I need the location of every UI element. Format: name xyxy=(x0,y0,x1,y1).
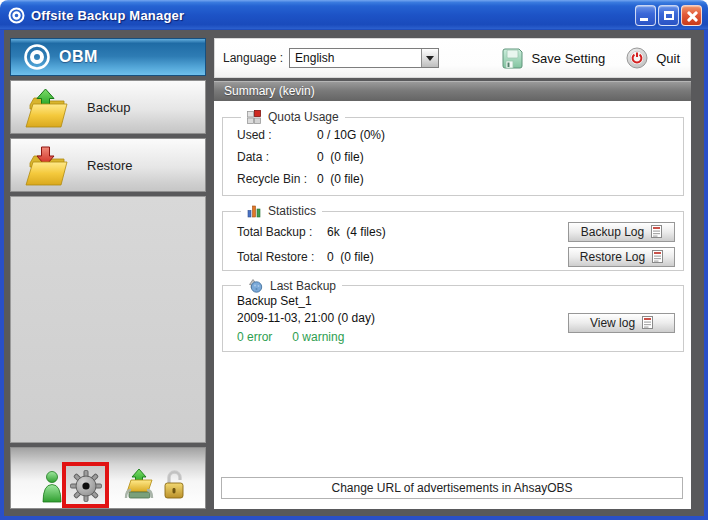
window-title: Offsite Backup Manager xyxy=(31,8,184,23)
statistics-legend: Statistics xyxy=(241,204,322,218)
statistics-bars-icon xyxy=(247,204,261,218)
last-backup-details: Backup Set_1 2009-11-03, 21:00 (0 day) 0… xyxy=(237,293,568,346)
app-window: Offsite Backup Manager OBM xyxy=(0,0,708,520)
save-floppy-icon xyxy=(501,47,524,70)
restore-log-button[interactable]: Restore Log xyxy=(568,247,675,267)
sidebar-empty-panel xyxy=(10,196,206,443)
last-backup-icon xyxy=(247,278,263,293)
backup-log-button[interactable]: Backup Log xyxy=(568,222,675,242)
quota-usage-legend: Quota Usage xyxy=(241,110,345,124)
topbar: Language : English Sa xyxy=(214,38,691,78)
minimize-button[interactable] xyxy=(635,5,656,26)
sidebar-item-label: Backup xyxy=(87,100,130,115)
main-content: Quota Usage Used : 0 / 10G (0%) Data : 0… xyxy=(214,101,691,509)
document-icon xyxy=(642,316,653,329)
statistics-title: Statistics xyxy=(268,204,316,218)
quota-recycle-label: Recycle Bin : xyxy=(237,168,317,190)
restore-log-label: Restore Log xyxy=(580,250,645,264)
language-label: Language : xyxy=(223,51,283,65)
minimize-icon xyxy=(640,18,648,21)
lock-icon[interactable] xyxy=(161,468,187,502)
window-frame: OBM Backup xyxy=(0,30,708,520)
quota-usage-title: Quota Usage xyxy=(268,110,339,124)
document-icon xyxy=(652,250,663,263)
quit-power-icon xyxy=(625,46,649,70)
stat-row-restore: Total Restore : 0 (0 file) Restore Log xyxy=(237,245,675,268)
export-backup-icon[interactable] xyxy=(123,468,155,504)
backup-set-name: Backup Set_1 xyxy=(237,293,568,310)
sidebar-item-label: Restore xyxy=(87,158,133,173)
maximize-button[interactable] xyxy=(658,5,679,26)
settings-gear-icon[interactable] xyxy=(70,470,102,502)
backup-datetime: 2009-11-03, 21:00 (0 day) xyxy=(237,310,568,327)
quit-button[interactable]: Quit xyxy=(625,46,680,70)
language-dropdown-button[interactable] xyxy=(421,49,438,67)
backup-log-label: Backup Log xyxy=(581,225,644,239)
statistics-group: Statistics Total Backup : 6k (4 files) B… xyxy=(222,204,684,271)
advertisement-banner[interactable]: Change URL of advertisements in AhsayOBS xyxy=(221,477,683,499)
quota-used-label: Used : xyxy=(237,124,317,146)
total-restore-label: Total Restore : xyxy=(237,250,327,264)
save-setting-button[interactable]: Save Setting xyxy=(501,47,605,70)
sidebar-item-backup[interactable]: Backup xyxy=(10,80,206,134)
total-backup-label: Total Backup : xyxy=(237,225,327,239)
maximize-icon xyxy=(664,11,674,20)
last-backup-title: Last Backup xyxy=(270,279,336,293)
sidebar-item-restore[interactable]: Restore xyxy=(10,138,206,192)
quota-row-recycle: Recycle Bin : 0 (0 file) xyxy=(237,168,675,190)
app-logo-icon xyxy=(8,7,25,24)
last-backup-group: Last Backup Backup Set_1 2009-11-03, 21:… xyxy=(222,278,684,352)
quota-recycle-value: 0 (0 file) xyxy=(317,168,364,190)
user-icon[interactable] xyxy=(41,470,63,504)
obm-logo-icon xyxy=(23,43,51,71)
stat-row-backup: Total Backup : 6k (4 files) Backup Log xyxy=(237,220,675,243)
total-restore-value: 0 (0 file) xyxy=(327,250,568,264)
quota-used-value: 0 / 10G (0%) xyxy=(317,124,385,146)
quota-usage-group: Quota Usage Used : 0 / 10G (0%) Data : 0… xyxy=(222,110,684,196)
save-setting-label: Save Setting xyxy=(531,51,605,66)
language-selected-value: English xyxy=(290,49,421,67)
close-button[interactable] xyxy=(681,5,702,26)
quota-row-used: Used : 0 / 10G (0%) xyxy=(237,124,675,146)
summary-header: Summary (kevin) xyxy=(214,81,691,101)
warning-count: 0 warning xyxy=(292,328,344,346)
document-icon xyxy=(651,225,662,238)
quota-data-value: 0 (0 file) xyxy=(317,146,364,168)
view-log-label: View log xyxy=(590,316,635,330)
quota-row-data: Data : 0 (0 file) xyxy=(237,146,675,168)
total-backup-value: 6k (4 files) xyxy=(327,225,568,239)
last-backup-legend: Last Backup xyxy=(241,278,342,293)
quota-bricks-icon xyxy=(247,110,261,124)
backup-folder-icon xyxy=(21,85,71,129)
titlebar[interactable]: Offsite Backup Manager xyxy=(0,0,708,30)
sidebar-icon-bar xyxy=(10,447,206,509)
language-select[interactable]: English xyxy=(289,48,439,68)
chevron-down-icon xyxy=(426,56,434,61)
obm-logo-text: OBM xyxy=(59,48,98,66)
restore-folder-icon xyxy=(21,143,71,187)
obm-logo-banner: OBM xyxy=(10,38,206,76)
view-log-button[interactable]: View log xyxy=(568,313,675,333)
error-count: 0 error xyxy=(237,328,272,346)
quit-label: Quit xyxy=(656,51,680,66)
quota-data-label: Data : xyxy=(237,146,317,168)
